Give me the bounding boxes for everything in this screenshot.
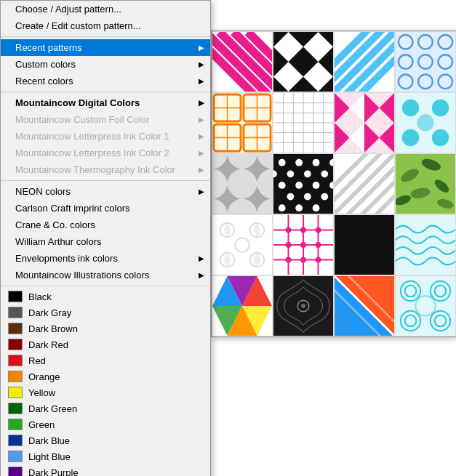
mountaincow-lp1-arrow: ▶	[199, 132, 204, 140]
create-edit-label: Create / Edit custom pattern...	[15, 20, 141, 31]
neon-colors-arrow: ▶	[199, 187, 204, 195]
carlson-craft-item[interactable]: Carlson Craft imprint colors	[1, 200, 210, 217]
mountaincow-lp1-label: Mountaincow Letterpress Ink Color 1	[15, 131, 169, 142]
yellow-swatch	[8, 387, 23, 398]
mountaincow-thermo-arrow: ▶	[199, 166, 204, 174]
mountaincow-lp1-item[interactable]: Mountaincow Letterpress Ink Color 1 ▶	[1, 128, 210, 145]
color-light-blue[interactable]: Light Blue	[1, 448, 210, 464]
pattern-8[interactable]	[395, 92, 456, 153]
svg-point-84	[295, 204, 303, 211]
choose-adjust-item[interactable]: Choose / Adjust pattern...	[1, 1, 210, 17]
mountaincow-thermo-item[interactable]: Mountaincow Thermography Ink Color ▶	[1, 161, 210, 178]
color-dark-green[interactable]: Dark Green	[1, 400, 210, 416]
mountaincow-foil-item[interactable]: Mountaincow Custom Foil Color ▶	[1, 111, 210, 128]
william-arthur-item[interactable]: William Arthur colors	[1, 233, 210, 250]
pattern-11[interactable]	[334, 153, 395, 214]
envelopments-item[interactable]: Envelopments ink colors ▶	[1, 250, 210, 267]
color-black[interactable]: Black	[1, 289, 210, 304]
svg-point-113	[286, 227, 292, 233]
separator-4	[1, 286, 210, 286]
mountaincow-digital-item[interactable]: Mountaincow Digital Colors ▶	[1, 94, 210, 111]
pattern-10[interactable]	[273, 153, 334, 214]
color-orange[interactable]: Orange	[1, 368, 210, 384]
neon-colors-item[interactable]: NEON colors ▶	[1, 183, 210, 200]
pattern-6[interactable]	[273, 92, 334, 153]
svg-point-118	[316, 242, 321, 248]
recent-colors-item[interactable]: Recent colors ▶	[1, 73, 210, 89]
mountaincow-lp2-item[interactable]: Mountaincow Letterpress Ink Color 2 ▶	[1, 145, 210, 161]
pattern-5[interactable]	[212, 92, 273, 153]
svg-point-62	[432, 100, 449, 116]
pattern-15[interactable]	[334, 214, 395, 275]
separator-2	[1, 92, 210, 92]
neon-colors-label: NEON colors	[15, 186, 71, 197]
color-red[interactable]: Red	[1, 352, 210, 368]
svg-rect-122	[335, 215, 394, 275]
dark-purple-label: Dark Purple	[28, 467, 79, 477]
pattern-19[interactable]	[334, 275, 395, 336]
svg-rect-140	[396, 276, 455, 336]
svg-point-77	[295, 182, 303, 189]
color-dark-gray[interactable]: Dark Gray	[1, 304, 210, 320]
recent-patterns-arrow: ▶	[199, 44, 204, 52]
svg-point-76	[279, 182, 286, 189]
color-yellow[interactable]: Yellow	[1, 384, 210, 400]
envelopments-arrow: ▶	[199, 254, 204, 262]
pattern-2[interactable]	[273, 31, 334, 92]
svg-point-116	[286, 242, 292, 248]
pattern-13[interactable]	[212, 214, 273, 275]
recent-patterns-item[interactable]: Recent patterns ▶	[1, 39, 210, 56]
pattern-7[interactable]	[334, 92, 395, 153]
dark-brown-swatch	[8, 323, 23, 334]
mountaincow-foil-label: Mountaincow Custom Foil Color	[15, 114, 149, 125]
pattern-16[interactable]	[395, 214, 456, 275]
color-green[interactable]: Green	[1, 416, 210, 432]
pattern-14[interactable]	[273, 214, 334, 275]
patterns-panel	[211, 31, 456, 337]
mountaincow-illus-label: Mountaincow Illustrations colors	[15, 270, 149, 281]
color-dark-brown[interactable]: Dark Brown	[1, 320, 210, 336]
black-swatch	[8, 291, 23, 302]
mountaincow-illus-arrow: ▶	[199, 271, 204, 279]
pattern-18[interactable]	[273, 275, 334, 336]
pattern-1[interactable]	[212, 31, 273, 92]
william-arthur-label: William Arthur colors	[15, 236, 101, 247]
green-swatch	[8, 419, 23, 430]
envelopments-label: Envelopments ink colors	[15, 253, 118, 264]
pattern-20[interactable]	[395, 275, 456, 336]
red-swatch	[8, 355, 23, 366]
svg-point-65	[417, 114, 433, 131]
svg-point-68	[279, 159, 286, 166]
color-dark-purple[interactable]: Dark Purple	[1, 464, 210, 476]
light-blue-swatch	[8, 451, 23, 462]
mountaincow-thermo-label: Mountaincow Thermography Ink Color	[15, 164, 175, 175]
recent-colors-label: Recent colors	[15, 76, 73, 86]
create-edit-item[interactable]: Create / Edit custom pattern...	[1, 17, 210, 34]
dark-green-label: Dark Green	[28, 403, 77, 414]
orange-label: Orange	[28, 371, 60, 382]
mountaincow-illus-item[interactable]: Mountaincow Illustrations colors ▶	[1, 267, 210, 283]
custom-colors-arrow: ▶	[199, 60, 204, 68]
red-label: Red	[28, 355, 46, 366]
separator-1	[1, 36, 210, 37]
color-dark-blue[interactable]: Dark Blue	[1, 432, 210, 448]
svg-rect-27	[212, 93, 272, 153]
svg-point-72	[287, 170, 295, 177]
pattern-3[interactable]	[334, 31, 395, 92]
green-label: Green	[28, 419, 55, 430]
dark-brown-label: Dark Brown	[28, 323, 78, 334]
crane-co-item[interactable]: Crane & Co. colors	[1, 217, 210, 233]
dark-red-swatch	[8, 339, 23, 350]
svg-point-64	[432, 129, 449, 146]
pattern-9[interactable]	[212, 153, 273, 214]
mountaincow-lp2-label: Mountaincow Letterpress Ink Color 2	[15, 148, 169, 158]
pattern-12[interactable]	[395, 153, 456, 214]
recent-colors-arrow: ▶	[199, 77, 204, 85]
custom-colors-item[interactable]: Custom colors ▶	[1, 56, 210, 73]
pattern-4[interactable]	[395, 31, 456, 92]
pattern-17[interactable]	[212, 275, 273, 336]
svg-rect-66	[212, 154, 272, 214]
svg-point-82	[321, 193, 328, 201]
color-dark-red[interactable]: Dark Red	[1, 336, 210, 352]
orange-swatch	[8, 371, 23, 382]
